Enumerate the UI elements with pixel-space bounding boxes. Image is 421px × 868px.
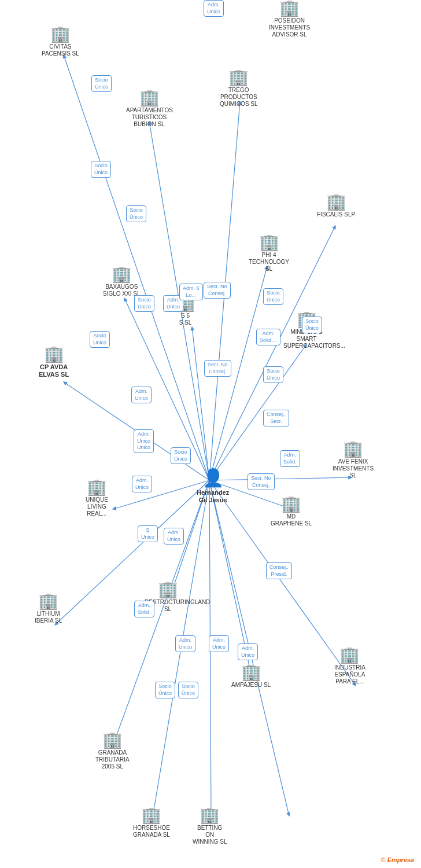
badge-13: SocioÚnico: [302, 317, 322, 333]
svg-line-19: [192, 327, 209, 480]
badge-28: Adm.Unico: [238, 643, 258, 660]
node-avefenix[interactable]: 🏢 AVE FENIXINVESTMENTSSL: [333, 441, 374, 479]
badge-10: Secr. NoConsej.: [204, 360, 231, 377]
badge-29: SocioÚnico: [155, 682, 175, 698]
badge-4: SocioÚnico: [134, 295, 154, 312]
building-icon-uniqueliving: 🏢: [87, 479, 107, 495]
badge-14: SocioÚnico: [90, 331, 110, 348]
label-mdgraphene: MDGRAPHENE SL: [271, 513, 312, 527]
svg-line-8: [113, 480, 209, 509]
building-icon-granada: 🏢: [102, 732, 123, 748]
node-civitas[interactable]: 🏢 CIVITASPACENSIS SL: [42, 26, 79, 57]
building-icon-mdgraphene: 🏢: [281, 496, 301, 512]
building-icon-restructuringland: 🏢: [158, 582, 178, 598]
building-icon-horseshoe: 🏢: [141, 807, 161, 823]
person-label: Hernandez Gil Jesus: [197, 489, 229, 504]
label-industria: INDUSTRIAESPAÑOLAPARA EL...: [334, 664, 365, 685]
badge-20: Secr. NoConsej.: [248, 473, 275, 490]
badge-15: Adm.Unico: [131, 387, 152, 403]
label-poseidon: POSEIDONINVESTMENTSADVISOR SL: [269, 17, 310, 38]
building-icon-lithium: 🏢: [38, 593, 58, 609]
node-baxaugos[interactable]: 🏢 BAXAUGOSSIGLO XXI SL: [103, 266, 140, 297]
label-cpavda: CP AVDAELVAS SL: [39, 363, 69, 378]
node-betting[interactable]: 🏢 BETTINGONWINNING SL: [193, 807, 227, 845]
badge-21: SUnico: [138, 525, 158, 542]
label-granada: GRANADATRIBUTARIA2005 SL: [95, 749, 130, 770]
building-icon-poseidon: 🏢: [279, 0, 300, 16]
building-icon-avefenix: 🏢: [343, 441, 363, 457]
building-icon-civitas: 🏢: [50, 26, 71, 42]
building-icon-ampajesu: 🏢: [241, 664, 261, 681]
label-trego: TREGOPRODUCTOSQUIMICOS SL: [220, 87, 258, 108]
node-poseidon[interactable]: 🏢 POSEIDONINVESTMENTSADVISOR SL: [269, 0, 310, 38]
badge-27: Adm.Unico: [209, 635, 229, 652]
building-icon-apartamentos: 🏢: [139, 90, 160, 106]
label-sl6: S 6S SL: [179, 312, 192, 326]
badge-25: Adm.Solid.: [134, 601, 154, 617]
label-uniqueliving: UNIQUELIVINGREAL...: [86, 496, 108, 517]
node-cpavda[interactable]: 🏢 CP AVDAELVAS SL: [39, 346, 69, 378]
node-fiscalis[interactable]: 🏢 FISCALIS SLP: [317, 194, 355, 218]
node-apartamentos[interactable]: 🏢 APARTAMENTOSTURISTICOSBUBION SL: [126, 90, 172, 128]
label-apartamentos: APARTAMENTOSTURISTICOSBUBION SL: [126, 107, 172, 128]
graph-container: 👤 Hernandez Gil Jesus 🏢 CIVITASPACENSIS …: [0, 0, 421, 868]
badge-24: Consej.,Presid.: [266, 562, 292, 579]
building-icon-phi4: 🏢: [259, 234, 279, 251]
center-person-node[interactable]: 👤 Hernandez Gil Jesus: [197, 468, 229, 504]
badge-8: SocioÚnico: [263, 288, 283, 305]
label-phi4: PHI 4TECHNOLOGYSL: [249, 252, 289, 273]
node-horseshoe[interactable]: 🏢 HORSESHOEGRANADA SL: [133, 807, 170, 838]
building-icon-trego: 🏢: [228, 69, 249, 86]
svg-line-9: [209, 477, 352, 480]
badge-19: Adm.Solid.: [280, 450, 300, 467]
node-trego[interactable]: 🏢 TREGOPRODUCTOSQUIMICOS SL: [220, 69, 258, 108]
node-phi4[interactable]: 🏢 PHI 4TECHNOLOGYSL: [249, 234, 289, 273]
node-ampajesu[interactable]: 🏢 AMPAJESU SL: [231, 664, 271, 689]
badge-3: SocioÚnico: [126, 205, 146, 222]
badge-17: SocioÚnico: [171, 447, 191, 464]
node-uniqueliving[interactable]: 🏢 UNIQUELIVINGREAL...: [86, 479, 108, 517]
badge-6: Adm. 6Lo...: [179, 284, 203, 300]
label-lithium: LITHIUMIBERIA SL: [35, 610, 62, 624]
node-mdgraphene[interactable]: 🏢 MDGRAPHENE SL: [271, 496, 312, 527]
building-icon-fiscalis: 🏢: [326, 194, 346, 210]
badge-11: SocioÚnico: [263, 366, 283, 383]
badge-12: Consej.,Secr.: [263, 410, 289, 426]
label-betting: BETTINGONWINNING SL: [193, 825, 227, 845]
building-icon-cpavda: 🏢: [44, 346, 64, 362]
label-fiscalis: FISCALIS SLP: [317, 211, 355, 218]
connections-svg: [0, 0, 421, 868]
copyright: © Empresa: [381, 856, 414, 863]
badge-2: SocioÚnico: [91, 161, 111, 178]
building-icon-betting: 🏢: [200, 807, 220, 823]
badge-30: SocioÚnico: [178, 682, 198, 698]
label-civitas: CIVITASPACENSIS SL: [42, 43, 79, 57]
building-icon-industria: 🏢: [339, 647, 360, 663]
badge-26: Adm.Unico: [175, 635, 195, 652]
label-avefenix: AVE FENIXINVESTMENTSSL: [333, 458, 374, 479]
badge-18: Adm.Unico: [132, 476, 152, 492]
badge-7: Secr. NoConsej.: [204, 282, 231, 299]
node-industria[interactable]: 🏢 INDUSTRIAESPAÑOLAPARA EL...: [334, 647, 365, 685]
badge-16: Adm.UnicoUnico: [134, 429, 154, 453]
node-granada[interactable]: 🏢 GRANADATRIBUTARIA2005 SL: [95, 732, 130, 770]
badge-23: Adm.Unico: [204, 0, 224, 17]
label-ampajesu: AMPAJESU SL: [231, 682, 271, 689]
badge-22: Adm.Unico: [164, 528, 184, 545]
building-icon-baxaugos: 🏢: [112, 266, 132, 282]
node-lithium[interactable]: 🏢 LITHIUMIBERIA SL: [35, 593, 62, 624]
person-icon: 👤: [202, 468, 224, 488]
label-horseshoe: HORSESHOEGRANADA SL: [133, 825, 170, 838]
badge-9: Adm.Solid....: [256, 329, 280, 345]
badge-1: SocioÚnico: [91, 75, 112, 92]
